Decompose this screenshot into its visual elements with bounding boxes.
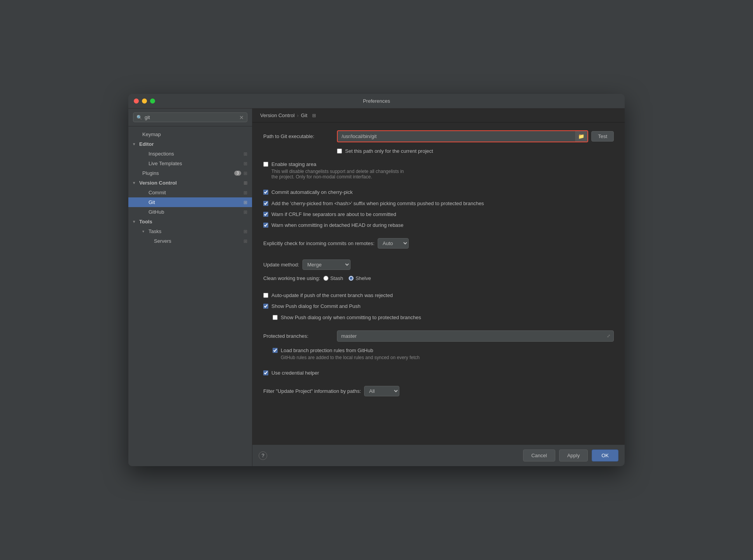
search-icon: 🔍: [136, 115, 142, 120]
protected-branches-label: Protected branches:: [263, 333, 337, 339]
settings-content: Path to Git executable: 📁 Test Set this …: [252, 123, 625, 444]
sidebar-item-label: Tools: [139, 219, 152, 225]
enable-staging-row: Enable staging area This will disable ch…: [263, 161, 614, 180]
hash-suffix-checkbox[interactable]: [263, 201, 268, 206]
filter-info-label: Filter "Update Project" information by p…: [263, 388, 361, 394]
stash-radio-label[interactable]: Stash: [323, 275, 343, 281]
footer-right: Cancel Apply OK: [523, 449, 618, 461]
incoming-commits-row: Explicitly check for incoming commits on…: [263, 238, 614, 249]
detached-head-row: Warn when committing in detached HEAD or…: [263, 222, 614, 229]
sidebar-tree: Keymap ▾ Editor Inspections: [128, 126, 252, 466]
sidebar-item-tasks[interactable]: ▾ Tasks ⊞: [128, 226, 252, 236]
sidebar-item-git[interactable]: Git ⊞: [128, 197, 252, 207]
detached-head-checkbox[interactable]: [263, 223, 268, 228]
sidebar-item-github[interactable]: GitHub ⊞: [128, 207, 252, 217]
window-title: Preferences: [363, 98, 390, 104]
search-clear-icon[interactable]: ✕: [239, 115, 244, 120]
cancel-button[interactable]: Cancel: [523, 449, 555, 461]
expand-arrow-icon: ▾: [142, 229, 146, 233]
load-branch-rules-label: Load branch protection rules from GitHub: [281, 347, 420, 354]
sidebar-item-inspections[interactable]: Inspections ⊞: [128, 149, 252, 159]
stash-label: Stash: [330, 275, 343, 281]
cherry-pick-checkbox[interactable]: [263, 190, 268, 195]
settings-icon: ⊞: [244, 209, 247, 215]
sidebar-item-label: Live Templates: [149, 161, 182, 166]
shelve-radio-label[interactable]: Shelve: [349, 275, 371, 281]
maximize-button[interactable]: [150, 99, 155, 104]
show-push-protected-label: Show Push dialog only when committing to…: [281, 314, 421, 321]
sidebar-item-live-templates[interactable]: Live Templates ⊞: [128, 159, 252, 168]
test-button[interactable]: Test: [591, 131, 614, 142]
update-method-select[interactable]: Merge Rebase Branch Default: [302, 259, 351, 270]
minimize-button[interactable]: [142, 99, 147, 104]
auto-update-checkbox[interactable]: [263, 293, 268, 298]
sidebar-item-label: Git: [149, 199, 155, 205]
shelve-label: Shelve: [356, 275, 371, 281]
clean-working-row: Clean working tree using: Stash Shelve: [263, 275, 614, 281]
current-project-checkbox[interactable]: [337, 149, 342, 154]
enable-staging-sublabel: This will disable changelists support an…: [271, 169, 404, 180]
show-push-protected-checkbox[interactable]: [273, 315, 278, 320]
breadcrumb-version-control: Version Control: [260, 112, 295, 118]
current-project-row: Set this path only for the current proje…: [337, 148, 614, 155]
sidebar-item-label: Editor: [139, 141, 154, 147]
sidebar-item-label: GitHub: [149, 209, 164, 215]
help-button[interactable]: ?: [259, 451, 267, 460]
settings-icon: ⊞: [244, 161, 247, 166]
ok-button[interactable]: OK: [592, 449, 618, 461]
search-input[interactable]: [145, 114, 237, 120]
incoming-commits-label: Explicitly check for incoming commits on…: [263, 240, 375, 246]
protected-branches-wrapper: ⤢: [337, 330, 614, 342]
footer-left: ?: [259, 451, 267, 460]
update-method-label: Update method:: [263, 262, 299, 268]
apply-button[interactable]: Apply: [559, 449, 588, 461]
hash-suffix-row: Add the 'cherry-picked from <hash>' suff…: [263, 200, 614, 207]
clean-working-label: Clean working tree using:: [263, 275, 320, 281]
settings-icon: ⊞: [244, 229, 247, 234]
detached-head-label: Warn when committing in detached HEAD or…: [271, 222, 404, 229]
git-path-wrapper: 📁 Test: [337, 130, 614, 142]
load-branch-rules-checkbox[interactable]: [273, 348, 278, 353]
sidebar-item-label: Plugins: [142, 170, 159, 176]
auto-update-label: Auto-update if push of the current branc…: [271, 292, 393, 299]
crlf-checkbox[interactable]: [263, 212, 268, 217]
git-path-input[interactable]: [338, 131, 575, 142]
show-push-dialog-checkbox[interactable]: [263, 304, 268, 309]
cherry-pick-label: Commit automatically on cherry-pick: [271, 189, 353, 196]
sidebar-item-servers[interactable]: Servers ⊞: [128, 236, 252, 246]
incoming-commits-select[interactable]: Auto Always Never: [378, 238, 409, 249]
traffic-lights: [134, 99, 155, 104]
filter-info-select[interactable]: All Changed None: [364, 386, 399, 396]
sidebar-item-editor[interactable]: ▾ Editor: [128, 139, 252, 149]
sidebar-item-plugins[interactable]: Plugins 3 ⊞: [128, 168, 252, 178]
sidebar-item-tools[interactable]: ▾ Tools: [128, 217, 252, 226]
close-button[interactable]: [134, 99, 139, 104]
cherry-pick-row: Commit automatically on cherry-pick: [263, 189, 614, 196]
use-credential-label: Use credential helper: [271, 370, 319, 377]
settings-icon: ⊞: [244, 151, 247, 157]
current-project-label: Set this path only for the current proje…: [345, 148, 433, 155]
sidebar-item-version-control[interactable]: ▾ Version Control ⊞: [128, 178, 252, 188]
sidebar-item-commit[interactable]: Commit ⊞: [128, 188, 252, 197]
sidebar-item-label: Tasks: [149, 228, 161, 234]
sidebar-item-keymap[interactable]: Keymap: [128, 130, 252, 139]
main-panel: Version Control › Git ⊞ Path to Git exec…: [252, 109, 625, 466]
stash-radio[interactable]: [323, 276, 328, 281]
auto-update-row: Auto-update if push of the current branc…: [263, 292, 614, 299]
protected-branches-row: Protected branches: ⤢: [263, 330, 614, 342]
breadcrumb: Version Control › Git ⊞: [252, 109, 625, 123]
load-branch-rules-row: Load branch protection rules from GitHub…: [273, 347, 614, 360]
search-input-wrapper[interactable]: 🔍 ✕: [133, 112, 247, 122]
git-path-input-wrapper: 📁: [337, 130, 588, 142]
sidebar-item-label: Inspections: [149, 151, 174, 157]
shelve-radio[interactable]: [349, 276, 354, 281]
use-credential-checkbox[interactable]: [263, 370, 268, 375]
crlf-label: Warn if CRLF line separators are about t…: [271, 211, 396, 218]
expand-arrow-icon: ▾: [133, 181, 137, 185]
folder-browse-button[interactable]: 📁: [575, 131, 587, 142]
use-credential-row: Use credential helper: [263, 370, 614, 377]
expand-icon[interactable]: ⤢: [604, 331, 613, 341]
enable-staging-checkbox[interactable]: [263, 162, 268, 167]
filter-info-row: Filter "Update Project" information by p…: [263, 386, 614, 396]
protected-branches-input[interactable]: [337, 331, 604, 341]
